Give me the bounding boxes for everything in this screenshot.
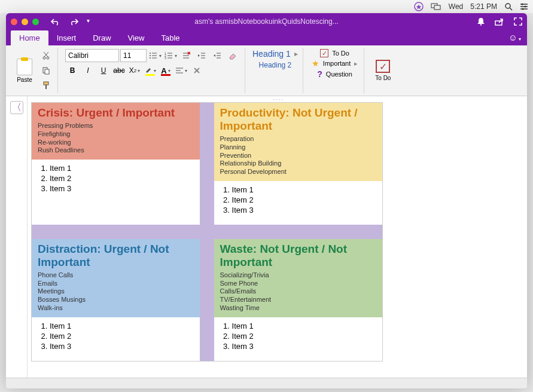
svg-rect-19: [45, 69, 49, 74]
svg-point-26: [150, 57, 151, 59]
quadrant-productivity: Productivity: Not Urgent / ImportantPrep…: [214, 103, 382, 225]
highlight-button[interactable]: ▾: [143, 64, 157, 77]
svg-line-5: [510, 8, 512, 10]
q1-title[interactable]: Crisis: Urgent / Important: [38, 106, 194, 120]
svg-point-12: [480, 24, 482, 25]
bold-button[interactable]: B: [65, 64, 80, 77]
eisenhower-matrix: Crisis: Urgent / ImportantPressing Probl…: [31, 102, 383, 362]
q3-items[interactable]: Item 1Item 2Item 3: [38, 321, 194, 351]
svg-rect-20: [44, 82, 48, 85]
todo-button[interactable]: To Do: [375, 75, 391, 81]
tag-question[interactable]: ?Question: [316, 69, 354, 79]
font-color-button[interactable]: A▾: [159, 64, 173, 77]
tags-group: ✓To Do ★Important▸ ?Question: [306, 48, 364, 93]
svg-point-22: [150, 53, 151, 54]
notifications-icon[interactable]: [477, 17, 485, 26]
todo-checkbox-icon[interactable]: ✓: [376, 60, 390, 73]
svg-point-9: [522, 4, 523, 5]
font-name-select[interactable]: [65, 49, 119, 62]
numbering-button[interactable]: 123▾: [163, 49, 178, 62]
window-zoom-button[interactable]: [32, 19, 39, 25]
q2-subs[interactable]: PreparationPlanningPreventionRelationshi…: [220, 135, 376, 176]
titlebar: ▾ asm's asmisbNotebookuinkQuidsNotescing…: [6, 13, 527, 30]
undo-button[interactable]: [51, 17, 60, 26]
style-heading1[interactable]: Heading 1▸: [252, 49, 298, 59]
menubar-day[interactable]: Wed: [449, 2, 463, 11]
window-minimize-button[interactable]: [22, 19, 28, 25]
redo-button[interactable]: [69, 17, 78, 26]
outdent-button[interactable]: [194, 49, 209, 62]
q3-title[interactable]: Distraction: Urgent / Not Important: [38, 243, 194, 269]
quadrant-crisis: Crisis: Urgent / ImportantPressing Probl…: [32, 103, 200, 225]
tab-table[interactable]: Table: [153, 30, 188, 45]
ribbon: Paste ▾ 123▾ B I U: [6, 45, 527, 96]
svg-line-16: [44, 52, 48, 57]
q4-items[interactable]: Item 1Item 2Item 3: [220, 321, 376, 351]
paste-button[interactable]: Paste: [17, 76, 32, 83]
svg-point-4: [505, 4, 510, 8]
spotlight-icon[interactable]: [504, 2, 513, 11]
ribbon-tabs: Home Insert Draw View Table ☺▾: [6, 30, 527, 45]
tag-todo[interactable]: ✓To Do: [319, 49, 351, 57]
quadrant-waste: Waste: Not Urgent / Not ImportantSociali…: [214, 239, 382, 361]
q1-subs[interactable]: Pressing ProblemsFirefightingRe-workingR…: [38, 122, 194, 155]
svg-point-10: [525, 6, 526, 8]
svg-point-15: [47, 57, 49, 59]
delete-button[interactable]: [190, 64, 204, 77]
qat-customize-button[interactable]: ▾: [87, 17, 90, 26]
bullets-button[interactable]: ▾: [148, 49, 162, 62]
svg-marker-1: [416, 5, 421, 10]
q1-items[interactable]: Item 1Item 2Item 3: [38, 163, 194, 194]
align-button[interactable]: ▾: [174, 64, 188, 77]
strikethrough-button[interactable]: abc: [112, 64, 126, 77]
tag-important[interactable]: ★Important▸: [310, 59, 359, 68]
quadrant-distraction: Distraction: Urgent / Not ImportantPhone…: [32, 239, 200, 361]
container-grip-icon[interactable]: [273, 99, 282, 101]
underline-button[interactable]: U: [96, 64, 111, 77]
todo-group: ✓ To Do: [367, 48, 399, 93]
tab-view[interactable]: View: [120, 30, 153, 45]
cut-button[interactable]: [39, 49, 53, 62]
q2-items[interactable]: Item 1Item 2Item 3: [220, 185, 376, 215]
italic-button[interactable]: I: [81, 64, 95, 77]
copy-button[interactable]: [39, 64, 53, 77]
paste-icon[interactable]: [17, 59, 32, 75]
svg-line-17: [44, 52, 48, 57]
nav-collapse-panel: 〈: [6, 96, 28, 383]
q4-title[interactable]: Waste: Not Urgent / Not Important: [220, 243, 376, 269]
clear-formatting-button[interactable]: [179, 49, 193, 62]
tab-home[interactable]: Home: [11, 30, 48, 45]
font-group: ▾ 123▾ B I U abc X2▾ ▾ A▾ ▾: [60, 48, 245, 93]
feedback-smiley-icon[interactable]: ☺▾: [508, 32, 521, 42]
macos-menubar: Wed 5:21 PM: [0, 0, 533, 13]
fullscreen-icon[interactable]: [514, 17, 522, 26]
menubar-time[interactable]: 5:21 PM: [470, 2, 497, 11]
svg-rect-13: [495, 21, 502, 25]
q3-subs[interactable]: Phone CallsEmailsMeetingsBosses MusingsW…: [38, 271, 194, 313]
share-icon[interactable]: [495, 17, 504, 26]
q4-subs[interactable]: Socializing/TriviaSome PhoneCalls/Emails…: [220, 271, 376, 313]
svg-point-11: [522, 8, 524, 10]
format-painter-button[interactable]: [39, 79, 53, 92]
content-area: 〈 Crisis: Urgent / ImportantPressing Pro…: [6, 96, 527, 383]
window-close-button[interactable]: [11, 19, 17, 25]
expand-nav-button[interactable]: 〈: [10, 101, 23, 114]
displays-icon[interactable]: [431, 2, 441, 11]
q2-title[interactable]: Productivity: Not Urgent / Important: [220, 106, 376, 133]
status-bar: [6, 378, 527, 388]
tab-draw[interactable]: Draw: [84, 30, 119, 45]
control-center-icon[interactable]: [520, 2, 528, 11]
indent-button[interactable]: [210, 49, 224, 62]
matrix-gap: [200, 103, 214, 225]
tab-insert[interactable]: Insert: [48, 30, 85, 45]
eraser-button[interactable]: [226, 49, 240, 62]
svg-point-24: [150, 55, 151, 56]
app-badge-icon: [414, 2, 424, 11]
note-page[interactable]: Crisis: Urgent / ImportantPressing Probl…: [28, 96, 527, 383]
font-size-select[interactable]: [120, 49, 147, 62]
style-heading2[interactable]: Heading 2: [259, 61, 292, 69]
svg-text:3: 3: [165, 56, 166, 60]
matrix-gap: [200, 239, 214, 361]
subscript-button[interactable]: X2▾: [127, 64, 142, 77]
clipboard-group: Paste: [10, 48, 58, 93]
